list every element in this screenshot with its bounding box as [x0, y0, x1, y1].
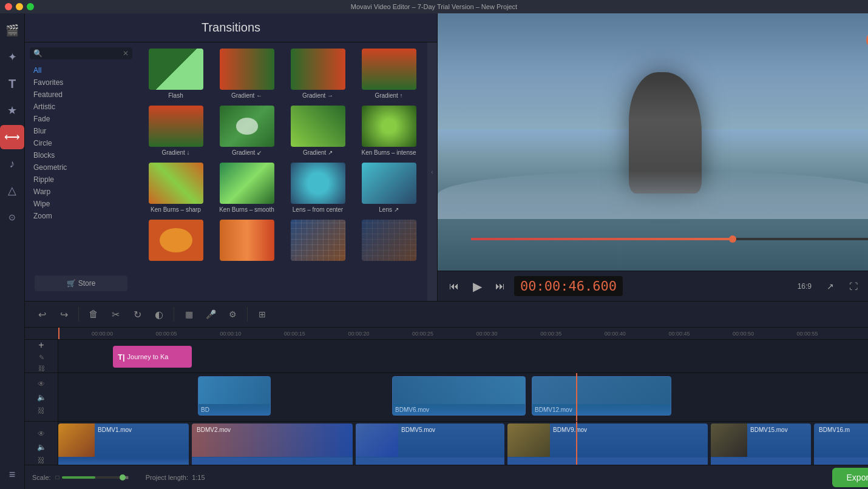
category-zoom[interactable]: Zoom [30, 210, 132, 222]
transition-extra4[interactable] [355, 218, 422, 264]
skip-to-start-button[interactable]: ⏮ [445, 277, 463, 295]
main-clip-2[interactable]: BDMV2.mov [192, 423, 353, 465]
category-blocks[interactable]: Blocks [30, 149, 132, 161]
close-button[interactable] [5, 3, 12, 10]
audio-tool-button[interactable]: ♪ [0, 152, 24, 176]
main-clip-5[interactable]: BDMV15.mov [711, 423, 811, 465]
filter-tool-button[interactable]: ✦ [0, 45, 24, 69]
text-track-edit-icon[interactable]: ✎ [36, 353, 47, 362]
transition-extra2[interactable] [213, 218, 280, 264]
delete-button[interactable]: 🗑 [84, 305, 103, 324]
transition-thumb-lens-center [291, 163, 345, 204]
store-button[interactable]: 🛒 Store [35, 275, 127, 291]
transition-grad-left[interactable]: Gradient ← [213, 47, 280, 101]
timeline-ruler: 00:00:00 00:00:05 00:00:10 00:00:15 00:0… [25, 328, 868, 340]
skip-to-end-button[interactable]: ⏭ [491, 277, 509, 295]
category-favorites[interactable]: Favorites [30, 76, 132, 89]
fullscreen-button[interactable]: ⛶ [844, 277, 863, 295]
text-track-row: + ✎ ⛓ T| Journey to Ka [25, 340, 868, 373]
category-all[interactable]: All [30, 64, 132, 76]
store-icon: 🛒 [67, 279, 76, 288]
category-warp[interactable]: Warp [30, 186, 132, 198]
upper-video-track-row: 👁 🔈 ⛓ BD [25, 373, 868, 422]
upper-video-mute-icon[interactable]: 🔈 [36, 392, 47, 403]
upper-clip-2[interactable]: BDMV6.mov [392, 376, 526, 416]
play-pause-button[interactable]: ▶ [468, 277, 486, 295]
film-tool-button[interactable]: 🎬 [0, 18, 24, 42]
color-button[interactable]: ◐ [149, 305, 169, 324]
main-clip-6[interactable]: BDMV16.m [814, 423, 868, 465]
search-input[interactable] [45, 50, 118, 57]
overlay-tool-button[interactable]: ★ [0, 98, 24, 123]
undo-button[interactable]: ↩ [32, 305, 52, 324]
transition-grad-up[interactable]: Gradient ↑ [355, 47, 422, 101]
upper-video-lock-icon[interactable]: ⛓ [36, 405, 47, 416]
cut-button[interactable]: ✂ [106, 305, 125, 324]
adjustments-button[interactable]: ⊞ [253, 305, 272, 324]
transition-grad-diag2[interactable]: Gradient ↗ [284, 104, 351, 158]
category-circle[interactable]: Circle [30, 137, 132, 149]
category-geometric[interactable]: Geometric [30, 161, 132, 174]
preview-progress-bar[interactable] [471, 238, 868, 240]
transition-grad-diag1[interactable]: Gradient ↙ [213, 104, 280, 158]
snapshot-button[interactable]: ↗ [821, 277, 839, 295]
category-ripple[interactable]: Ripple [30, 174, 132, 186]
scale-thumb[interactable] [120, 474, 126, 481]
main-video-link-icon[interactable]: ⛓ [36, 455, 47, 465]
bottom-section: ↩ ↪ 🗑 ✂ ↻ ◐ ▦ 🎤 ⚙ ⊞ 00:0 [25, 301, 868, 489]
category-wipe[interactable]: Wipe [30, 198, 132, 210]
transition-extra3[interactable] [284, 218, 351, 264]
scale-fill [62, 476, 95, 479]
transition-grad-down[interactable]: Gradient ↓ [142, 104, 209, 158]
title-tool-button[interactable]: T [0, 72, 24, 96]
ruler-tick-30: 00:00:30 [476, 331, 498, 337]
camera-tool-button[interactable]: ⊙ [0, 205, 24, 229]
text-track-add-icon[interactable]: + [36, 340, 47, 351]
text-track-link-icon[interactable]: ⛓ [36, 364, 47, 373]
redo-button[interactable]: ↪ [54, 305, 73, 324]
toolbar-divider-3 [247, 307, 248, 322]
scale-slider[interactable] [62, 476, 123, 479]
export-button[interactable]: Export [832, 468, 868, 487]
text-clip[interactable]: T| Journey to Ka [113, 346, 192, 368]
main-video-mute-icon[interactable]: 🔈 [36, 442, 47, 453]
clear-search-icon[interactable]: ✕ [123, 49, 129, 58]
settings-button[interactable]: ⚙ [223, 305, 242, 324]
transition-label-grad-diag2: Gradient ↗ [303, 149, 333, 157]
transition-tool-button[interactable]: ⟷ [0, 125, 24, 149]
main-track-playhead [576, 422, 577, 465]
audio-record-button[interactable]: 🎤 [201, 305, 220, 324]
transitions-grid: Flash Gradient ← Gradient → [142, 47, 422, 264]
transition-extra1[interactable] [142, 218, 209, 264]
transition-lens-diag[interactable]: Lens ↗ [355, 161, 422, 215]
window-title: Movavi Video Editor – 7-Day Trial Versio… [351, 3, 517, 10]
collapse-panel-button[interactable]: ‹ [427, 42, 437, 301]
category-artistic[interactable]: Artistic [30, 101, 132, 113]
transition-grad-right[interactable]: Gradient → [284, 47, 351, 101]
category-blur[interactable]: Blur [30, 125, 132, 137]
transition-thumb-grad-left [220, 49, 274, 90]
transition-ken-sharp[interactable]: Ken Burns – sharp [142, 161, 209, 215]
upper-video-visibility-icon[interactable]: 👁 [36, 379, 47, 390]
maximize-button[interactable] [27, 3, 34, 10]
transition-lens-center[interactable]: Lens – from center [284, 161, 351, 215]
category-featured[interactable]: Featured [30, 89, 132, 101]
upper-clip-3[interactable]: BDMV12.mov [532, 376, 671, 416]
transition-ken-smooth[interactable]: Ken Burns – smooth [213, 161, 280, 215]
main-clip-3[interactable]: BDMV5.mov [356, 423, 504, 465]
rotate-button[interactable]: ↻ [127, 305, 147, 324]
transition-ken-intense[interactable]: Ken Burns – intense [355, 104, 422, 158]
minimize-button[interactable] [16, 3, 23, 10]
store-label: Store [78, 279, 96, 288]
progress-handle[interactable] [729, 235, 736, 243]
image-button[interactable]: ▦ [179, 305, 198, 324]
sticker-tool-button[interactable]: △ [0, 178, 24, 203]
main-clip-4[interactable]: BDMV9.mov [507, 423, 708, 465]
main-clip-1[interactable]: BDMV1.mov [58, 423, 189, 465]
main-video-visibility-icon[interactable]: 👁 [36, 428, 47, 439]
category-fade[interactable]: Fade [30, 113, 132, 125]
upper-clip-1[interactable]: BD [198, 376, 271, 416]
lines-tool-button[interactable]: ≡ [0, 462, 24, 487]
ocean-scene [438, 13, 868, 271]
transition-flash[interactable]: Flash [142, 47, 209, 101]
